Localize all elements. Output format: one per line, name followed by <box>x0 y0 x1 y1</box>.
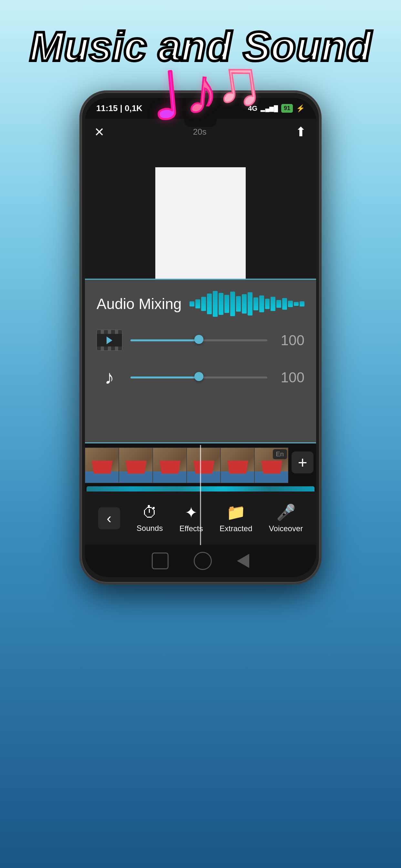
phone-screen: 11:15 | 0,1K 4G ▂▄▆█ 91 ⚡ × 20s ⬆ Audio … <box>85 98 316 577</box>
video-slider-thumb[interactable] <box>194 335 204 344</box>
waveform-display <box>189 291 305 317</box>
nav-square-button[interactable] <box>152 553 168 569</box>
wave-bar-12 <box>253 298 258 310</box>
wave-bar-13 <box>259 296 264 312</box>
nav-back-triangle[interactable] <box>237 554 249 568</box>
home-indicator-area <box>139 552 262 570</box>
nav-item-extracted[interactable]: 📁 Extracted <box>220 503 252 533</box>
status-right: 4G ▂▄▆█ 91 ⚡ <box>248 104 305 113</box>
wave-bar-4 <box>207 293 212 314</box>
music-icon-small: ♪ <box>96 367 122 388</box>
side-btn-power <box>320 221 321 267</box>
charging-icon: ⚡ <box>296 104 305 113</box>
signal-icon: ▂▄▆█ <box>260 105 278 112</box>
extracted-icon: 📁 <box>226 503 246 522</box>
music-note-2: ♪ <box>184 58 212 124</box>
voiceover-label: Voiceover <box>269 524 303 533</box>
export-duration: 20s <box>193 127 207 137</box>
side-btn-vol-down <box>80 247 81 279</box>
video-thumb-3 <box>153 447 187 483</box>
export-button[interactable]: ⬆ <box>296 124 306 139</box>
video-thumb-5 <box>220 447 254 483</box>
add-clip-button[interactable]: + <box>291 452 313 473</box>
music-notes-decoration: ♩ ♪ ♫ <box>151 58 250 123</box>
note-icon: ♪ <box>104 366 114 389</box>
nav-item-sounds[interactable]: ⏱ Sounds <box>136 503 163 533</box>
wave-bar-3 <box>201 297 206 311</box>
en-badge: En <box>273 449 287 459</box>
wave-bar-17 <box>282 298 287 310</box>
audio-panel-title: Audio Mixing <box>96 295 181 313</box>
wave-bar-9 <box>236 296 241 312</box>
sounds-icon: ⏱ <box>142 503 158 521</box>
video-volume-row: 100 <box>96 330 305 351</box>
side-btn-silent <box>80 173 81 195</box>
extracted-label: Extracted <box>220 524 252 533</box>
nav-home-button[interactable] <box>194 552 212 570</box>
effects-icon: ✦ <box>185 503 197 522</box>
video-slider[interactable] <box>130 338 267 342</box>
music-volume-row: ♪ 100 <box>96 367 305 388</box>
wave-bar-11 <box>248 292 252 315</box>
sounds-label: Sounds <box>136 524 163 533</box>
battery-indicator: 91 <box>281 104 293 113</box>
add-icon: + <box>298 454 307 470</box>
music-slider[interactable] <box>130 376 267 379</box>
back-chevron-icon: ‹ <box>106 510 112 527</box>
wave-bar-5 <box>213 291 218 317</box>
effects-label: Effects <box>180 524 203 533</box>
wave-bar-18 <box>288 301 293 307</box>
video-thumb-4 <box>187 447 220 483</box>
wave-bar-8 <box>230 291 235 316</box>
wave-bar-1 <box>189 301 194 306</box>
wave-bar-2 <box>195 299 200 308</box>
audio-panel-header: Audio Mixing <box>96 291 305 317</box>
wave-bar-16 <box>276 300 281 308</box>
video-thumb-1 <box>85 447 119 483</box>
video-content <box>155 167 246 280</box>
wave-bar-15 <box>271 297 275 311</box>
phone-frame: 11:15 | 0,1K 4G ▂▄▆█ 91 ⚡ × 20s ⬆ Audio … <box>80 90 321 585</box>
wave-bar-19 <box>294 302 299 306</box>
video-volume-value: 100 <box>275 332 305 348</box>
music-note-1: ♩ <box>149 64 175 130</box>
wave-bar-10 <box>242 294 247 314</box>
nav-back-button[interactable]: ‹ <box>98 507 120 529</box>
nav-item-voiceover[interactable]: 🎤 Voiceover <box>269 503 303 533</box>
status-time: 11:15 | 0,1K <box>96 103 143 113</box>
music-note-3: ♫ <box>209 49 256 118</box>
audio-mixing-panel: Audio Mixing <box>85 279 316 443</box>
music-slider-thumb[interactable] <box>194 372 204 381</box>
timeline-cursor <box>200 445 201 545</box>
side-btn-vol-up <box>80 208 81 241</box>
wave-bar-6 <box>219 293 223 315</box>
music-volume-value: 100 <box>275 369 305 385</box>
wave-bar-20 <box>300 301 305 306</box>
video-thumb-2 <box>119 447 153 483</box>
film-icon <box>96 330 122 351</box>
wave-bar-7 <box>224 295 229 313</box>
close-button[interactable]: × <box>95 122 104 141</box>
voiceover-icon: 🎤 <box>276 503 296 522</box>
wave-bar-14 <box>265 299 270 309</box>
nav-item-effects[interactable]: ✦ Effects <box>180 503 203 533</box>
